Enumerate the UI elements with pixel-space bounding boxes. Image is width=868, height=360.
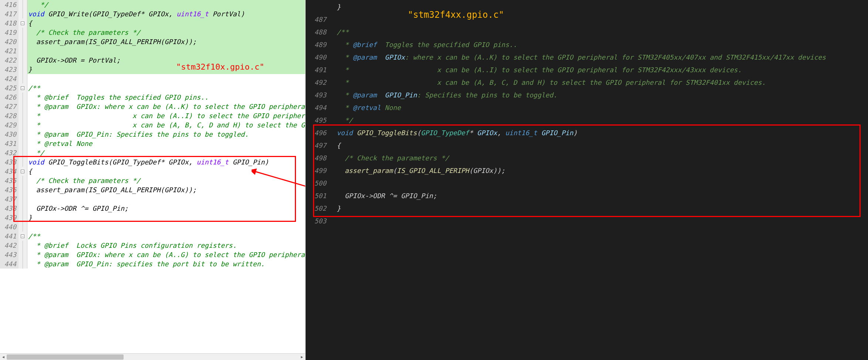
left-horizontal-scrollbar[interactable]: ◀ ▶ [0,353,305,360]
code-content[interactable]: GPIOx->ODR ^= GPIO_Pin; [27,204,305,213]
code-line[interactable]: 441−/** [0,231,305,241]
right-editor[interactable]: }487488/**489 * @brief Toggles the speci… [306,0,868,227]
fold-margin[interactable] [18,241,27,250]
code-line[interactable]: 503 [306,215,868,227]
code-line[interactable]: 495 */ [306,114,868,127]
code-line[interactable]: 436 assert_param(IS_GPIO_ALL_PERIPH(GPIO… [0,185,305,194]
code-line[interactable]: 434−{ [0,167,305,176]
fold-margin[interactable] [18,93,27,102]
code-content[interactable]: } [27,213,305,222]
fold-collapse-icon[interactable]: − [21,21,24,25]
code-line[interactable]: 430 * @param GPIO_Pin: Specifies the pin… [0,130,305,139]
code-content[interactable]: * x can be (A..I) to select the GPIO per… [27,111,305,120]
code-line[interactable]: 426 * @brief Toggles the specified GPIO … [0,93,305,102]
code-line[interactable]: 419 /* Check the parameters */ [0,28,305,37]
fold-margin[interactable] [18,37,27,46]
code-content[interactable]: * @brief Toggles the specified GPIO pins… [27,93,305,102]
code-content[interactable]: /** [27,231,305,241]
code-content[interactable]: * @retval None [27,139,305,148]
code-line[interactable]: 493 * @param GPIO_Pin: Specifies the pin… [306,89,868,101]
fold-margin[interactable] [18,194,27,204]
fold-margin[interactable] [18,28,27,37]
fold-margin[interactable]: − [18,167,27,176]
code-line[interactable]: 427 * @param GPIOx: where x can be (A..K… [0,102,305,111]
code-line[interactable]: 417void GPIO_Write(GPIO_TypeDef* GPIOx, … [0,9,305,19]
code-content[interactable]: * @param GPIO_Pin: Specifies the pins to… [27,130,305,139]
fold-margin[interactable]: − [18,19,27,28]
scroll-track[interactable] [7,354,299,360]
fold-margin[interactable] [18,157,27,167]
code-line[interactable]: 435 /* Check the parameters */ [0,176,305,185]
code-line[interactable]: 442 * @brief Locks GPIO Pins configurati… [0,241,305,250]
fold-margin[interactable] [18,130,27,139]
fold-margin[interactable] [18,139,27,148]
fold-margin[interactable] [18,250,27,259]
code-content[interactable]: * @brief Locks GPIO Pins configuration r… [27,241,305,250]
code-line[interactable]: 489 * @brief Toggles the specified GPIO … [306,39,868,51]
code-line[interactable]: 416 */ [0,0,305,9]
code-line[interactable]: } [306,1,868,13]
fold-collapse-icon[interactable]: − [21,234,24,238]
code-line[interactable]: 487 [306,13,868,26]
fold-margin[interactable]: − [18,83,27,93]
fold-margin[interactable] [18,56,27,65]
code-line[interactable]: 496void GPIO_ToggleBits(GPIO_TypeDef* GP… [306,127,868,139]
code-content[interactable]: void GPIO_ToggleBits(GPIO_TypeDef* GPIOx… [335,127,868,139]
code-line[interactable]: 438 GPIOx->ODR ^= GPIO_Pin; [0,204,305,213]
code-content[interactable] [27,194,305,204]
left-editor[interactable]: 416 */417void GPIO_Write(GPIO_TypeDef* G… [0,0,305,353]
code-line[interactable]: 424 [0,74,305,83]
code-line[interactable]: 428 * x can be (A..I) to select the GPIO… [0,111,305,120]
code-content[interactable]: */ [27,148,305,157]
code-line[interactable]: 425−/** [0,83,305,93]
code-content[interactable]: { [335,139,868,152]
code-content[interactable]: * @param GPIOx: where x can be (A..G) to… [27,250,305,259]
code-content[interactable]: * @param GPIO_Pin: specifies the port bi… [27,259,305,269]
fold-margin[interactable] [18,120,27,130]
code-content[interactable]: assert_param(IS_GPIO_ALL_PERIPH(GPIOx)); [335,164,868,177]
fold-margin[interactable] [18,9,27,19]
fold-margin[interactable]: − [18,231,27,241]
code-content[interactable]: */ [27,0,305,9]
code-content[interactable]: GPIOx->ODR ^= GPIO_Pin; [335,190,868,202]
code-content[interactable] [27,74,305,83]
code-content[interactable]: * x can be (A, B, C, D and H) to select … [335,76,868,89]
code-line[interactable]: 502} [306,202,868,215]
fold-margin[interactable] [18,102,27,111]
code-content[interactable]: void GPIO_ToggleBits(GPIO_TypeDef* GPIOx… [27,157,305,167]
fold-margin[interactable] [18,176,27,185]
code-line[interactable]: 492 * x can be (A, B, C, D and H) to sel… [306,76,868,89]
code-line[interactable]: 494 * @retval None [306,101,868,114]
fold-margin[interactable] [18,46,27,56]
code-content[interactable]: { [27,19,305,28]
fold-collapse-icon[interactable]: − [21,86,24,90]
code-content[interactable]: { [27,167,305,176]
code-line[interactable]: 498 /* Check the parameters */ [306,152,868,164]
code-content[interactable]: void GPIO_Write(GPIO_TypeDef* GPIOx, uin… [27,9,305,19]
code-line[interactable]: 432 */ [0,148,305,157]
code-content[interactable]: * x can be (A..I) to select the GPIO per… [335,64,868,76]
code-line[interactable]: 440 [0,222,305,231]
fold-margin[interactable] [18,65,27,74]
code-line[interactable]: 431 * @retval None [0,139,305,148]
code-content[interactable] [27,222,305,231]
code-line[interactable]: 444 * @param GPIO_Pin: specifies the por… [0,259,305,269]
code-line[interactable]: 433void GPIO_ToggleBits(GPIO_TypeDef* GP… [0,157,305,167]
fold-margin[interactable] [18,213,27,222]
code-line[interactable]: 437 [0,194,305,204]
code-content[interactable] [335,177,868,190]
code-content[interactable]: /* Check the parameters */ [335,152,868,164]
code-content[interactable]: /** [27,83,305,93]
fold-margin[interactable] [18,185,27,194]
code-content[interactable]: * @param GPIOx: where x can be (A..K) to… [27,102,305,111]
code-line[interactable]: 501 GPIOx->ODR ^= GPIO_Pin; [306,190,868,202]
code-line[interactable]: 418−{ [0,19,305,28]
code-line[interactable]: 421 [0,46,305,56]
code-line[interactable]: 500 [306,177,868,190]
scroll-right-button[interactable]: ▶ [299,354,305,360]
code-content[interactable]: } [335,202,868,215]
code-content[interactable]: /* Check the parameters */ [27,28,305,37]
fold-collapse-icon[interactable]: − [21,170,24,173]
code-content[interactable]: * @brief Toggles the specified GPIO pins… [335,39,868,51]
code-line[interactable]: 490 * @param GPIOx: where x can be (A..K… [306,51,868,64]
